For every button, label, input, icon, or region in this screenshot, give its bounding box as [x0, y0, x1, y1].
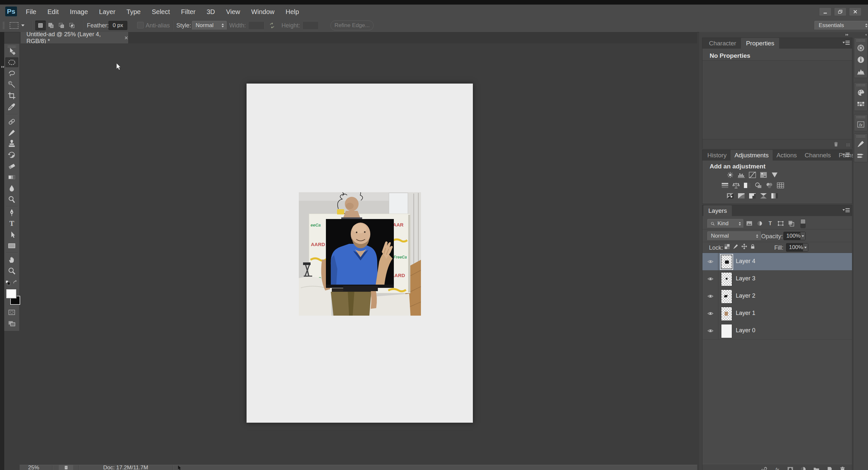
add-selection-button[interactable] — [46, 21, 56, 30]
lock-paint-icon[interactable] — [733, 243, 739, 250]
tool-preset-picker[interactable] — [10, 21, 25, 30]
resize-grip[interactable] — [846, 143, 850, 146]
layer-style-icon[interactable]: fx — [774, 466, 781, 470]
menu-edit[interactable]: Edit — [42, 5, 64, 19]
selective-color-adjustment-button[interactable] — [759, 192, 768, 199]
eraser-tool[interactable] — [5, 161, 18, 171]
intersect-selection-button[interactable] — [67, 21, 77, 30]
feather-input[interactable]: 0 px — [108, 21, 127, 30]
width-input[interactable] — [248, 21, 265, 30]
gradient-tool[interactable] — [5, 172, 18, 182]
collapse-dock-icon[interactable] — [844, 33, 850, 37]
dodge-tool[interactable] — [5, 195, 18, 204]
type-tool[interactable]: T — [5, 219, 18, 229]
shape-layer-filter-button[interactable] — [777, 220, 784, 227]
foreground-color-swatch[interactable] — [6, 289, 16, 298]
layer-visibility-toggle[interactable] — [703, 305, 718, 322]
levels-adjustment-button[interactable] — [737, 171, 746, 178]
eyedropper-tool[interactable] — [5, 102, 18, 112]
restore-button[interactable] — [834, 7, 846, 16]
tab-history[interactable]: History — [704, 150, 731, 161]
options-grip[interactable] — [3, 22, 5, 29]
hue-saturation-adjustment-button[interactable] — [720, 182, 730, 189]
trash-icon[interactable] — [833, 141, 839, 147]
photo-filter-adjustment-button[interactable] — [754, 182, 763, 189]
quick-mask-button[interactable] — [5, 307, 18, 317]
blend-mode-dropdown[interactable]: Normal — [707, 231, 761, 240]
type-layer-filter-button[interactable]: T — [767, 220, 774, 227]
default-colors-icon[interactable] — [5, 280, 11, 286]
menu-help[interactable]: Help — [280, 5, 304, 19]
panel-menu-icon[interactable] — [842, 40, 850, 46]
layer-row[interactable]: Layer 3 — [703, 270, 852, 288]
swatches-panel-button[interactable] — [855, 99, 867, 110]
layer-thumbnail[interactable] — [721, 307, 732, 321]
delete-layer-icon[interactable] — [839, 466, 846, 470]
styles-panel-button[interactable]: fx — [855, 119, 867, 130]
elliptical-marquee-tool[interactable] — [5, 58, 18, 67]
blur-tool[interactable] — [5, 183, 18, 193]
tab-layers[interactable]: Layers — [704, 205, 732, 216]
layer-visibility-toggle[interactable] — [703, 253, 718, 270]
move-tool[interactable] — [5, 46, 18, 56]
menu-file[interactable]: File — [20, 5, 42, 19]
tab-properties[interactable]: Properties — [741, 38, 779, 48]
lock-position-icon[interactable] — [741, 243, 747, 250]
channel-mixer-adjustment-button[interactable] — [765, 182, 774, 189]
path-selection-tool[interactable] — [5, 230, 18, 240]
menu-image[interactable]: Image — [64, 5, 94, 19]
brush-presets-panel-button[interactable] — [855, 150, 867, 161]
anti-alias-checkbox[interactable] — [137, 22, 144, 28]
layer-visibility-toggle[interactable] — [703, 288, 718, 305]
swap-dimensions-icon[interactable] — [269, 22, 276, 29]
adjustment-layer-filter-button[interactable] — [756, 220, 763, 227]
lasso-tool[interactable] — [5, 69, 18, 78]
layer-name[interactable]: Layer 0 — [736, 327, 755, 334]
panel-menu-icon[interactable] — [842, 152, 850, 158]
lock-transparency-icon[interactable] — [724, 243, 730, 250]
dock-grip[interactable] — [856, 135, 865, 137]
menu-type[interactable]: Type — [121, 5, 146, 19]
histogram-panel-button[interactable] — [855, 66, 867, 77]
add-mask-icon[interactable] — [787, 466, 794, 470]
tab-close-icon[interactable] — [124, 36, 128, 40]
layer-name[interactable]: Layer 3 — [736, 275, 755, 282]
zoom-level[interactable]: 25% — [28, 465, 39, 470]
tab-channels[interactable]: Channels — [801, 150, 835, 161]
tab-adjustments[interactable]: Adjustments — [731, 150, 773, 161]
color-balance-adjustment-button[interactable] — [732, 182, 741, 189]
canvas-page[interactable]: eeCa AARD FreeCa IAAR FreeCa AARD — [247, 83, 473, 423]
style-dropdown[interactable]: Normal — [192, 21, 227, 30]
pixel-layer-filter-button[interactable] — [746, 220, 753, 227]
spot-healing-tool[interactable] — [5, 117, 18, 127]
layer-filter-dropdown[interactable]: Kind — [707, 219, 743, 228]
layer-thumbnail[interactable] — [721, 324, 732, 338]
curves-adjustment-button[interactable] — [748, 171, 757, 178]
layer-thumbnail[interactable] — [721, 272, 732, 286]
fill-field[interactable]: 100% — [786, 243, 808, 251]
document-tab[interactable]: Untitled-ad @ 25% (Layer 4, RGB/8) * — [21, 32, 129, 43]
filter-toggle[interactable] — [800, 219, 806, 228]
clone-stamp-tool[interactable] — [5, 139, 18, 149]
canvas-area[interactable]: eeCa AARD FreeCa IAAR FreeCa AARD — [20, 43, 697, 465]
gradient-map-adjustment-button[interactable] — [770, 192, 779, 199]
doc-size-info[interactable]: Doc: 17.2M/11.7M — [103, 465, 148, 470]
layer-visibility-toggle[interactable] — [703, 270, 718, 288]
menu-3d[interactable]: 3D — [201, 5, 221, 19]
screen-mode-button[interactable] — [5, 318, 18, 328]
crop-tool[interactable] — [5, 91, 18, 101]
vibrance-adjustment-button[interactable] — [770, 171, 779, 178]
threshold-adjustment-button[interactable] — [748, 192, 757, 199]
exposure-adjustment-button[interactable] — [759, 171, 768, 178]
new-adjustment-icon[interactable] — [800, 466, 807, 470]
navigator-panel-button[interactable] — [855, 42, 867, 53]
swap-colors-icon[interactable] — [12, 279, 18, 286]
dock-grip[interactable] — [856, 84, 865, 86]
layer-thumbnail[interactable] — [721, 290, 732, 304]
link-layers-icon[interactable] — [761, 466, 768, 470]
collapse-strip-icon[interactable] — [864, 33, 868, 37]
panel-menu-icon[interactable] — [842, 208, 850, 213]
info-panel-button[interactable] — [855, 54, 867, 65]
layer-row[interactable]: Layer 0 — [703, 322, 852, 340]
menu-view[interactable]: View — [220, 5, 246, 19]
